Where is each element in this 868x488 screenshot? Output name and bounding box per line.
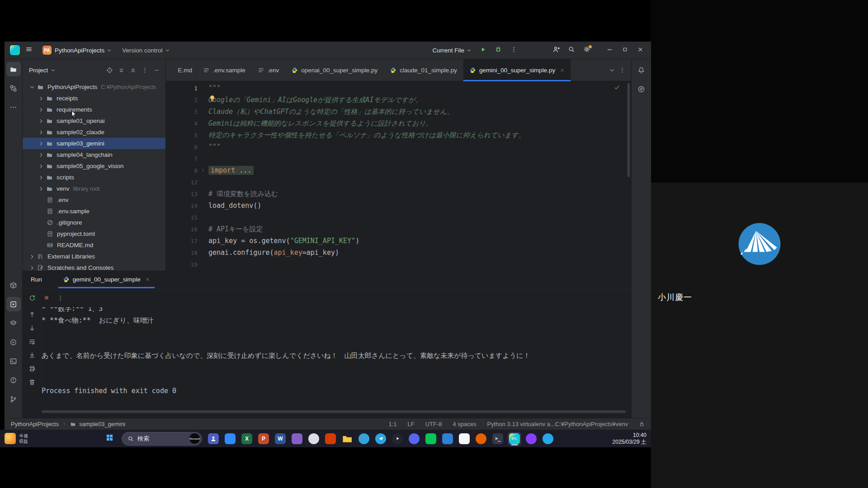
close-run-tab-icon[interactable] bbox=[145, 277, 150, 282]
line-number[interactable]: 7 bbox=[166, 155, 198, 162]
breadcrumb-directory[interactable]: sample03_gemini bbox=[79, 421, 125, 427]
project-panel-title[interactable]: Project bbox=[29, 67, 48, 74]
options-button[interactable] bbox=[139, 65, 150, 76]
tree-item-sample05-google-vision[interactable]: sample05_google_vision bbox=[23, 160, 165, 172]
debug-button[interactable] bbox=[491, 43, 505, 57]
python-packages-tool-button[interactable] bbox=[6, 278, 21, 292]
chevron-right-icon[interactable] bbox=[37, 141, 45, 147]
tab-options-button[interactable] bbox=[619, 67, 626, 74]
tab-gemini-00-super-simple-py[interactable]: gemini_00_super_simple.py bbox=[463, 59, 571, 81]
line-number[interactable]: 3 bbox=[166, 108, 198, 115]
taskbar-app-line[interactable] bbox=[424, 432, 438, 446]
caret-position-widget[interactable]: 1:1 bbox=[388, 421, 396, 427]
tree-item-receipts[interactable]: receipts bbox=[23, 93, 165, 104]
maximize-button[interactable] bbox=[618, 43, 632, 57]
tab-env[interactable]: .env bbox=[252, 59, 286, 81]
tab-e-md[interactable]: E.md bbox=[166, 59, 197, 81]
line-number[interactable]: 18 bbox=[166, 249, 198, 256]
tree-item-scripts[interactable]: scripts bbox=[23, 172, 165, 183]
taskbar-app-file-explorer[interactable] bbox=[340, 432, 354, 446]
tab-claude-01-simple-py[interactable]: claude_01_simple.py bbox=[384, 59, 463, 81]
rerun-button[interactable] bbox=[28, 294, 36, 302]
run-tool-button[interactable] bbox=[6, 297, 21, 311]
code-with-me-button[interactable] bbox=[549, 43, 563, 57]
tree-item-sample03-gemini[interactable]: sample03_gemini bbox=[23, 138, 165, 149]
taskbar-app-telegram[interactable] bbox=[374, 432, 387, 446]
tree-item-pyproject-toml[interactable]: pyproject.toml bbox=[23, 228, 165, 239]
tree-item-requirements[interactable]: requirements bbox=[23, 104, 165, 115]
taskbar-app-zoom[interactable] bbox=[223, 432, 237, 446]
line-number[interactable]: 17 bbox=[166, 238, 198, 244]
line-ending-widget[interactable]: LF bbox=[407, 421, 414, 427]
breadcrumb-project[interactable]: PythonApiProjects bbox=[11, 421, 59, 427]
line-number[interactable]: 6 bbox=[166, 144, 198, 150]
print-button[interactable] bbox=[27, 363, 38, 374]
select-opened-file-button[interactable] bbox=[104, 65, 115, 76]
chevron-right-icon[interactable] bbox=[28, 265, 36, 271]
hidden-tabs-button[interactable] bbox=[609, 67, 615, 74]
line-number[interactable]: 1 bbox=[166, 85, 198, 92]
collapse-all-button[interactable] bbox=[127, 65, 138, 76]
more-tools-tool-button[interactable] bbox=[6, 100, 21, 114]
project-widget[interactable]: PA PythonApiProjects bbox=[40, 43, 115, 57]
fold-arrow-icon[interactable] bbox=[198, 168, 208, 173]
taskbar-widget[interactable]: 今後 収益 bbox=[5, 430, 28, 447]
up-the-stack-trace-button[interactable] bbox=[27, 309, 38, 320]
run-tab[interactable]: gemini_00_super_simple bbox=[58, 271, 155, 288]
console-horizontal-scrollbar[interactable] bbox=[42, 410, 626, 413]
line-number[interactable]: 5 bbox=[166, 132, 198, 139]
close-button[interactable] bbox=[633, 43, 647, 57]
more-actions-button[interactable] bbox=[506, 43, 521, 57]
chevron-right-icon[interactable] bbox=[28, 253, 36, 260]
taskbar-search[interactable]: 検索 Microsoft bbox=[122, 432, 202, 446]
chevron-down-icon[interactable] bbox=[28, 84, 36, 90]
run-button[interactable] bbox=[476, 43, 490, 57]
chevron-right-icon[interactable] bbox=[37, 163, 45, 169]
taskbar-clock[interactable]: 10:40 2025/03/29 土 bbox=[613, 430, 646, 447]
tab-openai-00-super-simple-py[interactable]: openai_00_super_simple.py bbox=[285, 59, 384, 81]
chevron-right-icon[interactable] bbox=[37, 107, 45, 113]
main-menu-button[interactable] bbox=[22, 43, 36, 57]
terminal-tool-button[interactable] bbox=[6, 354, 21, 368]
chevron-right-icon[interactable] bbox=[37, 95, 45, 102]
chevron-right-icon[interactable] bbox=[37, 118, 45, 124]
line-number[interactable]: 13 bbox=[166, 191, 198, 197]
lock-icon[interactable] bbox=[639, 421, 645, 427]
line-number[interactable]: 16 bbox=[166, 226, 198, 233]
tree-item-env-sample[interactable]: .env.sample bbox=[23, 206, 165, 217]
line-number[interactable]: 12 bbox=[166, 179, 198, 186]
taskbar-app-edge[interactable] bbox=[357, 432, 371, 446]
scroll-to-end-button[interactable] bbox=[27, 350, 38, 361]
tree-item-external-libraries[interactable]: External Libraries bbox=[23, 251, 165, 262]
taskbar-app-visual-studio[interactable] bbox=[290, 432, 304, 446]
encoding-widget[interactable]: UTF-8 bbox=[425, 421, 442, 427]
project-tool-button[interactable] bbox=[6, 62, 21, 76]
tree-item-scratches-and-consoles[interactable]: Scratches and Consoles bbox=[23, 262, 165, 271]
taskbar-app-discord[interactable] bbox=[407, 432, 421, 446]
line-number[interactable]: 14 bbox=[166, 202, 198, 209]
start-button[interactable] bbox=[102, 431, 117, 446]
line-number[interactable]: 2 bbox=[166, 97, 198, 103]
version-control-tool-button[interactable] bbox=[6, 392, 21, 406]
line-number[interactable]: 19 bbox=[166, 261, 198, 268]
taskbar-app-firefox[interactable] bbox=[474, 432, 488, 446]
expand-all-button[interactable] bbox=[116, 65, 127, 76]
taskbar-app-vscode[interactable] bbox=[441, 432, 454, 446]
taskbar-app-excel[interactable]: X bbox=[240, 432, 254, 446]
vcs-widget[interactable]: Version control bbox=[119, 43, 173, 57]
python-console-tool-button[interactable] bbox=[6, 335, 21, 349]
problems-tool-button[interactable] bbox=[6, 373, 21, 387]
taskbar-app-terminal[interactable]: >_ bbox=[491, 432, 505, 446]
taskbar-app-skype[interactable] bbox=[541, 432, 555, 446]
folded-region[interactable]: import ... bbox=[208, 166, 254, 175]
editor[interactable]: 1"""2Googleの「Gemini」AIはGoogleが提供する生成AIモデ… bbox=[166, 81, 631, 271]
taskbar-app-office[interactable] bbox=[324, 432, 337, 446]
chevron-right-icon[interactable] bbox=[37, 186, 45, 192]
settings-button[interactable] bbox=[580, 43, 594, 57]
run-options-button[interactable] bbox=[57, 295, 64, 301]
taskbar-app-steam[interactable] bbox=[307, 432, 321, 446]
editor-scrollbar[interactable] bbox=[627, 83, 630, 177]
tree-item-gitignore[interactable]: .gitignore bbox=[23, 217, 165, 228]
indent-widget[interactable]: 4 spaces bbox=[453, 421, 476, 427]
tree-item-pythonapiprojects[interactable]: PythonApiProjectsC:¥PythonApiProjects bbox=[23, 81, 165, 93]
